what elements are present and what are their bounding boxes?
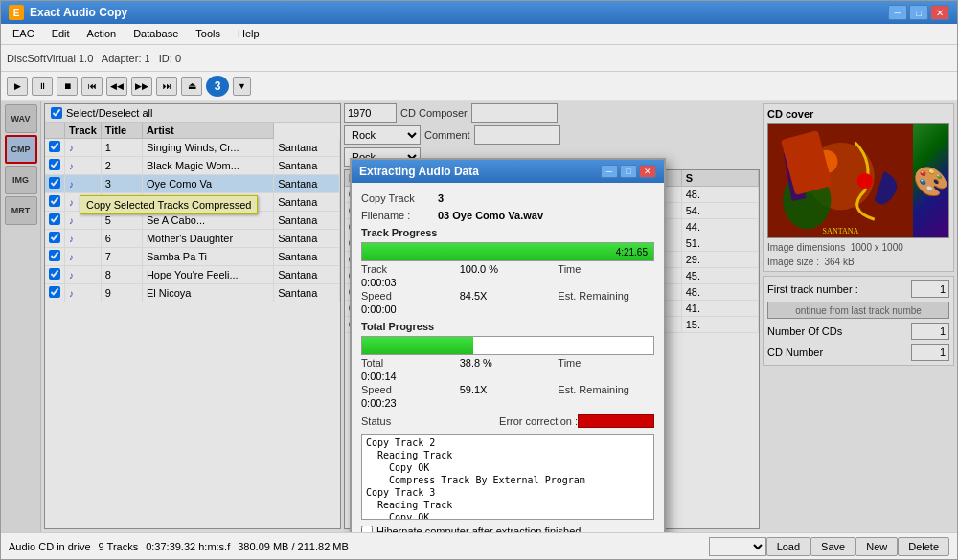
menu-database[interactable]: Database — [125, 26, 186, 42]
stop-button[interactable]: ⏹ — [57, 77, 78, 96]
duration-status: 0:37:39.32 h:m:s.f — [146, 541, 230, 552]
track-progress-time: 4:21.65 — [616, 247, 648, 258]
hibernate-row: Hibernate computer after extraction fini… — [361, 526, 654, 532]
eject-button[interactable]: ⏏ — [181, 77, 202, 96]
main-window: E Exact Audio Copy ─ □ ✕ EAC Edit Action… — [0, 0, 958, 560]
total-progress-title: Total Progress — [361, 321, 654, 332]
est-val2: 0:00:23 — [361, 397, 458, 409]
track-pct: 100.0 % — [460, 263, 557, 275]
track-progress-fill — [362, 243, 653, 260]
menu-tools[interactable]: Tools — [188, 26, 228, 42]
next-button[interactable]: ▶▶ — [131, 77, 152, 96]
menu-help[interactable]: Help — [230, 26, 267, 42]
play-button[interactable]: ▶ — [7, 77, 28, 96]
log-line: Reading Track — [366, 449, 650, 461]
extracting-dialog: Extracting Audio Data ─ □ ✕ Copy Track 3… — [350, 158, 666, 532]
time-label1: Time — [558, 263, 654, 275]
menu-eac[interactable]: EAC — [5, 26, 42, 42]
toolbar: DiscSoftVirtual 1.0 Adapter: 1 ID: 0 — [1, 45, 957, 72]
delete-button[interactable]: Delete — [898, 537, 949, 556]
drive-select[interactable] — [709, 537, 766, 556]
size-status: 380.09 MB / 211.82 MB — [238, 541, 349, 552]
log-line: Reading Track — [366, 499, 650, 511]
est-val1: 0:00:00 — [361, 303, 458, 315]
track-label: Track — [361, 263, 458, 275]
est-label2: Est. Remaining — [558, 384, 654, 395]
copy-track-row: Copy Track 3 — [361, 192, 654, 204]
hibernate-label: Hibernate computer after extraction fini… — [376, 526, 581, 532]
track-progress-stats: Track 100.0 % Time 0:00:03 Speed 84.5X E… — [361, 263, 654, 315]
modal-title-bar: Extracting Audio Data ─ □ ✕ — [352, 160, 664, 183]
modal-title-buttons: ─ □ ✕ — [601, 165, 656, 178]
main-content: WAV CMP IMG MRT Select/Deselect all — [1, 101, 957, 532]
filename-row: Filename : 03 Oye Como Va.wav — [361, 210, 654, 221]
filename-value: 03 Oye Como Va.wav — [438, 210, 543, 221]
copy-track-label: Copy Track — [361, 192, 438, 204]
maximize-button[interactable]: □ — [909, 5, 928, 20]
log-line: Compress Track By External Program — [366, 474, 650, 486]
save-button[interactable]: Save — [810, 537, 855, 556]
error-correction-bar — [578, 414, 654, 428]
modal-maximize[interactable]: □ — [620, 165, 637, 178]
window-title: Exact Audio Copy — [30, 6, 127, 19]
log-line: Copy OK — [366, 461, 650, 474]
drive-status: Audio CD in drive — [9, 541, 91, 552]
close-button[interactable]: ✕ — [930, 5, 949, 20]
modal-body: Copy Track 3 Filename : 03 Oye Como Va.w… — [352, 183, 664, 532]
app-icon: E — [9, 5, 24, 20]
modal-title: Extracting Audio Data — [359, 165, 479, 178]
time-val1: 0:00:03 — [361, 277, 458, 288]
status-row: Status Error correction : — [361, 414, 654, 428]
log-line: Copy OK — [366, 511, 650, 520]
modal-minimize[interactable]: ─ — [601, 165, 618, 178]
menu-bar: EAC Edit Action Database Tools Help — [1, 24, 957, 45]
minimize-button[interactable]: ─ — [888, 5, 907, 20]
playback-bar: ▶ ⏸ ⏹ ⏮ ◀◀ ▶▶ ⏭ ⏏ 3 ▼ — [1, 72, 957, 101]
total-progress-bar — [361, 336, 654, 355]
copy-track-value: 3 — [438, 192, 444, 204]
menu-edit[interactable]: Edit — [44, 26, 78, 42]
total-pct: 38.8 % — [460, 357, 557, 369]
total-progress-fill — [362, 337, 473, 354]
next-track-button[interactable]: ⏭ — [156, 77, 177, 96]
speed-val2: 59.1X — [460, 384, 557, 395]
speed-label1: Speed — [361, 290, 458, 302]
track-progress-bar: 4:21.65 — [361, 242, 654, 261]
menu-action[interactable]: Action — [80, 26, 125, 42]
log-line: Copy Track 3 — [366, 486, 650, 499]
options-dropdown[interactable]: ▼ — [233, 77, 251, 96]
drive-info: DiscSoftVirtual 1.0 Adapter: 1 ID: 0 — [7, 53, 181, 64]
title-bar: E Exact Audio Copy ─ □ ✕ — [1, 1, 957, 24]
hibernate-checkbox[interactable] — [361, 526, 373, 532]
new-button[interactable]: New — [855, 537, 898, 556]
track-count: 9 Tracks — [99, 541, 139, 552]
total-progress-stats: Total 38.8 % Time 0:00:14 Speed 59.1X Es… — [361, 357, 654, 409]
track-badge: 3 — [206, 76, 229, 97]
modal-close[interactable]: ✕ — [639, 165, 656, 178]
prev-track-button[interactable]: ⏮ — [81, 77, 103, 96]
speed-val1: 84.5X — [460, 290, 557, 302]
track-progress-title: Track Progress — [361, 227, 654, 238]
speed-label2: Speed — [361, 384, 458, 395]
status-label: Status — [361, 415, 391, 427]
log-box[interactable]: Copy Track 2 Reading Track Copy OK Compr… — [361, 434, 654, 520]
title-bar-buttons: ─ □ ✕ — [888, 5, 949, 20]
time-val2: 0:00:14 — [361, 370, 458, 382]
pause-button[interactable]: ⏸ — [32, 77, 53, 96]
est-label1: Est. Remaining — [558, 290, 654, 302]
title-bar-left: E Exact Audio Copy — [9, 5, 127, 20]
time-label2: Time — [558, 357, 654, 369]
load-button[interactable]: Load — [766, 537, 810, 556]
error-correction-label: Error correction : — [499, 415, 578, 427]
log-line: Copy Track 2 — [366, 437, 650, 449]
filename-label: Filename : — [361, 210, 438, 221]
prev-button[interactable]: ◀◀ — [106, 77, 127, 96]
status-bar: Audio CD in drive 9 Tracks 0:37:39.32 h:… — [1, 532, 957, 559]
modal-overlay: Extracting Audio Data ─ □ ✕ Copy Track 3… — [1, 101, 957, 532]
total-label: Total — [361, 357, 458, 369]
